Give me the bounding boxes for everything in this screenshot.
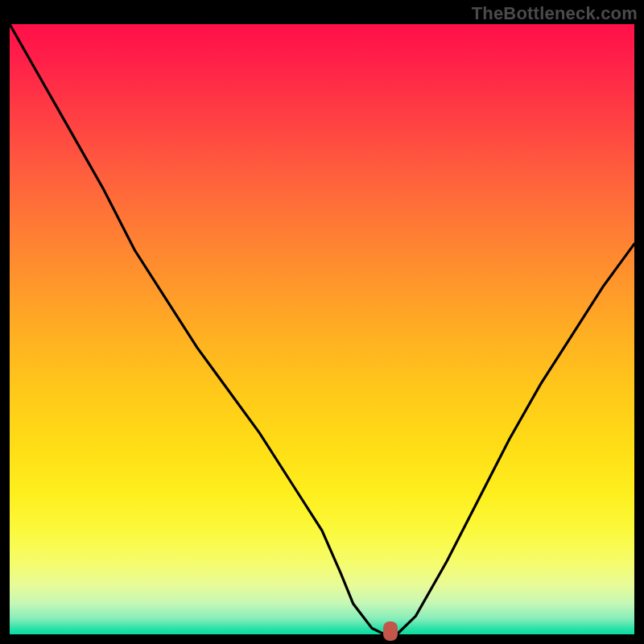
plot-area: [10, 24, 634, 634]
chart-frame: TheBottleneck.com: [0, 0, 644, 644]
bottleneck-curve: [10, 24, 634, 634]
curve-path: [10, 24, 634, 634]
watermark-text: TheBottleneck.com: [472, 3, 638, 24]
optimal-marker: [383, 621, 398, 641]
